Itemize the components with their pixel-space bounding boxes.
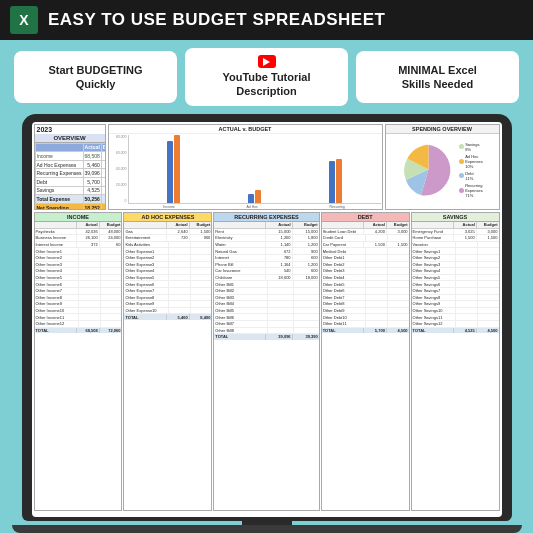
bar-chart-title: ACTUAL v. BUDGET (109, 125, 382, 134)
youtube-icon (258, 55, 276, 68)
header-bar: X EASY TO USE BUDGET SPREADSHEET (0, 0, 533, 40)
excel-icon: X (10, 6, 38, 34)
income-header: INCOME (35, 213, 122, 222)
feature-skills: MINIMAL ExcelSkills Needed (356, 51, 519, 103)
features-row: Start BUDGETINGQuickly YouTube TutorialD… (0, 40, 533, 114)
page-container: X EASY TO USE BUDGET SPREADSHEET Start B… (0, 0, 533, 533)
spreadsheet-screen: 2023 OVERVIEW Actual Budget Income 68,50… (32, 122, 502, 517)
spending-overview-title: SPENDING OVERVIEW (386, 125, 499, 134)
debt-header: DEBT (322, 213, 409, 222)
savings-header: SAVINGS (412, 213, 499, 222)
adhoc-section: AD HOC EXPENSES Actual Budget Gas2,6401,… (123, 212, 212, 511)
adhoc-header: AD HOC EXPENSES (124, 213, 211, 222)
savings-section: SAVINGS Actual Budget Emergency Fund3,02… (411, 212, 500, 511)
spreadsheet: 2023 OVERVIEW Actual Budget Income 68,50… (32, 122, 502, 517)
overview-budget-header: Budget (101, 143, 105, 152)
laptop-base (12, 525, 522, 533)
youtube-badge (258, 55, 276, 68)
pie-chart-svg (401, 142, 456, 197)
recurring-header: RECURRING EXPENSES (214, 213, 318, 222)
header-title: EASY TO USE BUDGET SPREADSHEET (48, 10, 385, 30)
pie-label-savings: Savings8% (459, 142, 483, 152)
income-section: INCOME Actual Budget Paychecks42,03648,0… (34, 212, 123, 511)
overview-actual-header: Actual (83, 143, 101, 152)
feature-youtube-text: YouTube TutorialDescription (223, 70, 311, 99)
feature-skills-text: MINIMAL ExcelSkills Needed (398, 63, 477, 92)
feature-budgeting: Start BUDGETINGQuickly (14, 51, 177, 103)
debt-section: DEBT Actual Budget Student Loan Debt4,20… (321, 212, 410, 511)
feature-budgeting-text: Start BUDGETINGQuickly (48, 63, 142, 92)
pie-label-debt: Debt11% (459, 171, 483, 181)
feature-youtube: YouTube TutorialDescription (185, 48, 348, 106)
pie-label-recurring: RecurringExpenses71% (459, 183, 483, 198)
overview-title: OVERVIEW (35, 134, 105, 143)
laptop-frame: 2023 OVERVIEW Actual Budget Income 68,50… (22, 114, 512, 521)
pie-label-adhoc: Ad HocExpenses10% (459, 154, 483, 169)
recurring-section: RECURRING EXPENSES Actual Budget Rent15,… (213, 212, 319, 511)
year-label: 2023 (35, 125, 105, 134)
